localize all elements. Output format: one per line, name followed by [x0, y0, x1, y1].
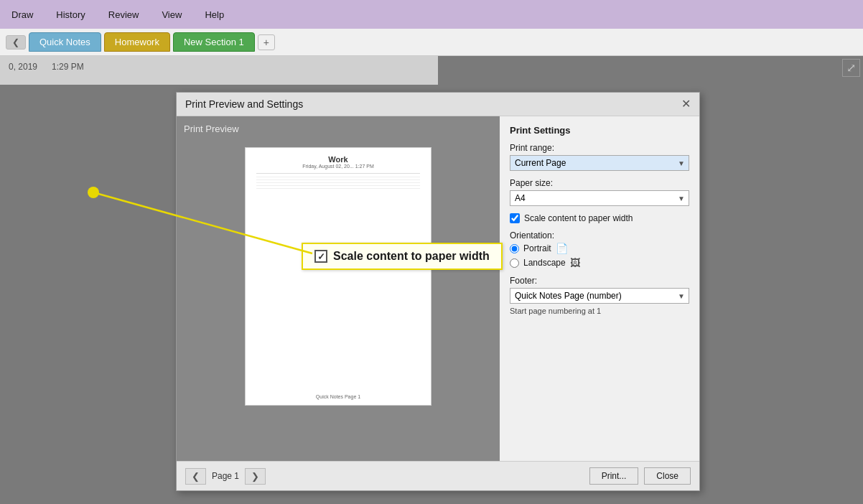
orientation-group: Orientation: Portrait 📄 Landscape 🖼 [510, 230, 689, 269]
scale-checkbox-label[interactable]: Scale content to paper width [524, 213, 633, 223]
print-settings-pane: Print Settings Print range: Current Page… [500, 116, 699, 461]
portrait-label[interactable]: Portrait [523, 243, 551, 253]
print-range-select[interactable]: Current Page All Pages Page Range [510, 155, 689, 171]
menu-view[interactable]: View [157, 6, 186, 23]
scale-checkbox[interactable] [510, 213, 520, 223]
dialog-title-bar: Print Preview and Settings ✕ [177, 93, 699, 116]
tab-bar: ❮ Quick Notes Homework New Section 1 + [0, 29, 863, 56]
tooltip-annotation: ✓ Scale content to paper width [302, 243, 503, 270]
landscape-label[interactable]: Landscape [523, 258, 566, 268]
dialog-title: Print Preview and Settings [185, 98, 303, 110]
main-content: 0, 2019 1:29 PM ⤢ Print Preview and Sett… [0, 56, 863, 504]
footer-select-wrapper: Quick Notes Page (number) None [510, 288, 689, 304]
dialog-body: Print Preview Work Friday, August 02, 20… [177, 116, 699, 461]
print-preview-label: Print Preview [184, 123, 493, 134]
settings-title: Print Settings [510, 125, 689, 136]
tab-add-button[interactable]: + [258, 34, 275, 50]
next-page-button[interactable]: ❯ [245, 468, 266, 485]
print-range-select-wrapper: Current Page All Pages Page Range [510, 155, 689, 171]
close-button[interactable]: Close [644, 467, 691, 485]
portrait-icon: 📄 [556, 243, 568, 254]
pagination-area: ❮ Page 1 ❯ [185, 468, 266, 485]
paper-size-group: Paper size: A4 Letter Legal [510, 178, 689, 206]
paper-size-select-wrapper: A4 Letter Legal [510, 190, 689, 206]
menu-help[interactable]: Help [200, 6, 228, 23]
footer-note: Start page numbering at 1 [510, 307, 689, 315]
print-range-label: Print range: [510, 143, 689, 153]
footer-label: Footer: [510, 276, 689, 286]
tooltip-checkbox-icon: ✓ [314, 250, 327, 263]
page-label: Page 1 [212, 471, 239, 481]
tooltip-box: ✓ Scale content to paper width [302, 243, 503, 270]
prev-page-button[interactable]: ❮ [185, 468, 206, 485]
menu-bar: Draw History Review View Help [0, 0, 863, 29]
print-dialog: Print Preview and Settings ✕ Print Previ… [176, 92, 700, 491]
landscape-row: Landscape 🖼 [510, 257, 689, 269]
tooltip-text: Scale content to paper width [333, 250, 490, 263]
preview-paper-footer: Quick Notes Page 1 [246, 394, 431, 399]
preview-paper: Work Friday, August 02, 20... 1:27 PM Qu… [245, 147, 432, 406]
print-range-group: Print range: Current Page All Pages Page… [510, 143, 689, 171]
print-preview-pane: Print Preview Work Friday, August 02, 20… [177, 116, 500, 461]
tab-back-button[interactable]: ❮ [6, 35, 26, 50]
landscape-icon: 🖼 [570, 257, 580, 269]
footer-select[interactable]: Quick Notes Page (number) None [510, 288, 689, 304]
dialog-close-icon-button[interactable]: ✕ [681, 98, 691, 110]
tab-quick-notes[interactable]: Quick Notes [29, 32, 101, 52]
landscape-radio[interactable] [510, 258, 519, 268]
tab-homework[interactable]: Homework [104, 32, 170, 52]
scale-checkbox-row: Scale content to paper width [510, 213, 689, 223]
footer-buttons: Print... Close [589, 467, 691, 485]
dialog-footer: ❮ Page 1 ❯ Print... Close [177, 461, 699, 490]
tab-new-section[interactable]: New Section 1 [173, 32, 255, 52]
paper-size-select[interactable]: A4 Letter Legal [510, 190, 689, 206]
portrait-radio[interactable] [510, 244, 519, 253]
preview-paper-meta: Friday, August 02, 20... 1:27 PM [256, 164, 420, 169]
orientation-label: Orientation: [510, 230, 689, 241]
preview-lines [256, 173, 420, 189]
menu-history[interactable]: History [52, 6, 89, 23]
menu-review[interactable]: Review [104, 6, 144, 23]
footer-group: Footer: Quick Notes Page (number) None S… [510, 276, 689, 315]
paper-size-label: Paper size: [510, 178, 689, 188]
preview-paper-title: Work [256, 155, 420, 164]
print-button[interactable]: Print... [589, 467, 639, 485]
menu-draw[interactable]: Draw [7, 6, 37, 23]
portrait-row: Portrait 📄 [510, 243, 689, 254]
